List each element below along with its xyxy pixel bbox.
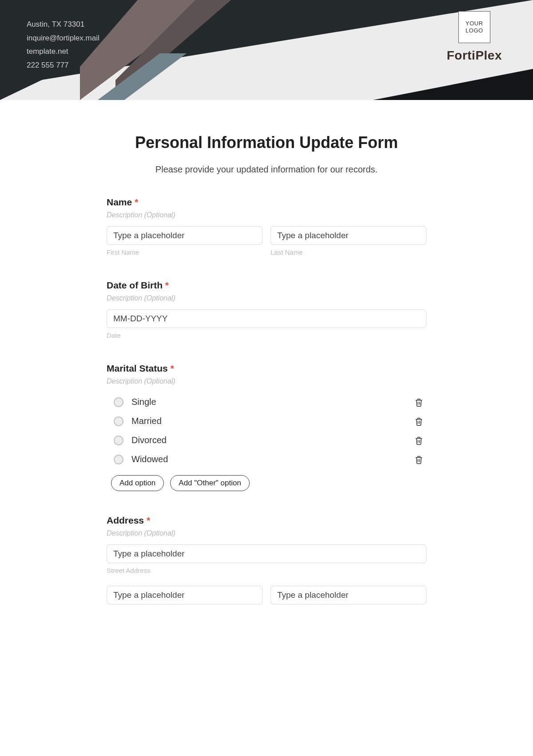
field-address: Address * Description (Optional) Street …	[107, 515, 426, 604]
radio-label: Married	[131, 416, 162, 426]
form-container: Personal Information Update Form Please …	[107, 100, 426, 636]
radio-icon	[114, 455, 123, 464]
last-name-sublabel: Last Name	[270, 248, 426, 256]
field-label-address: Address *	[107, 515, 426, 526]
required-mark: *	[135, 197, 138, 207]
radio-icon	[114, 397, 123, 407]
field-desc: Description (Optional)	[107, 211, 426, 219]
street-address-input[interactable]	[107, 544, 426, 563]
trash-icon[interactable]	[414, 436, 424, 445]
header-banner: Austin, TX 73301 inquire@fortiplex.mail …	[0, 0, 533, 100]
contact-address: Austin, TX 73301	[27, 18, 99, 32]
dob-sublabel: Date	[107, 332, 426, 339]
trash-icon[interactable]	[414, 397, 424, 407]
logo-text-line2: LOGO	[465, 27, 483, 34]
required-mark: *	[171, 363, 174, 373]
radio-option-widowed[interactable]: Widowed	[111, 450, 426, 469]
radio-list: Single Married Divorced	[107, 392, 426, 469]
trash-icon[interactable]	[414, 455, 424, 464]
city-input[interactable]	[107, 586, 263, 604]
radio-option-married[interactable]: Married	[111, 412, 426, 431]
label-text: Date of Birth	[107, 280, 163, 290]
field-marital: Marital Status * Description (Optional) …	[107, 363, 426, 491]
field-label-name: Name *	[107, 197, 426, 208]
first-name-sublabel: First Name	[107, 248, 263, 256]
first-name-input[interactable]	[107, 226, 263, 245]
add-other-option-button[interactable]: Add "Other" option	[170, 475, 250, 491]
company-name: FortiPlex	[447, 48, 502, 63]
radio-label: Divorced	[131, 435, 167, 445]
contact-phone: 222 555 777	[27, 59, 99, 72]
logo-area: YOUR LOGO FortiPlex	[447, 11, 502, 63]
field-label-dob: Date of Birth *	[107, 280, 426, 291]
label-text: Address	[107, 515, 144, 525]
label-text: Name	[107, 197, 132, 207]
state-input[interactable]	[270, 586, 426, 604]
field-desc: Description (Optional)	[107, 529, 426, 537]
field-label-marital: Marital Status *	[107, 363, 426, 374]
radio-option-single[interactable]: Single	[111, 392, 426, 412]
radio-option-divorced[interactable]: Divorced	[111, 431, 426, 450]
radio-icon	[114, 416, 123, 426]
required-mark: *	[165, 280, 169, 290]
logo-text-line1: YOUR	[465, 20, 483, 27]
radio-label: Widowed	[131, 454, 168, 464]
last-name-input[interactable]	[270, 226, 426, 245]
trash-icon[interactable]	[414, 416, 424, 426]
required-mark: *	[147, 515, 150, 525]
add-option-button[interactable]: Add option	[111, 475, 164, 491]
logo-placeholder: YOUR LOGO	[458, 11, 490, 43]
radio-icon	[114, 436, 123, 445]
dob-input[interactable]	[107, 309, 426, 328]
field-dob: Date of Birth * Description (Optional) D…	[107, 280, 426, 339]
label-text: Marital Status	[107, 363, 168, 373]
contact-email: inquire@fortiplex.mail	[27, 32, 99, 45]
field-desc: Description (Optional)	[107, 377, 426, 385]
header-corner-shape	[373, 69, 533, 100]
form-title: Personal Information Update Form	[107, 133, 426, 152]
form-subtitle: Please provide your updated information …	[107, 164, 426, 175]
contact-block: Austin, TX 73301 inquire@fortiplex.mail …	[27, 18, 99, 72]
field-name: Name * Description (Optional) First Name…	[107, 197, 426, 256]
field-desc: Description (Optional)	[107, 294, 426, 302]
contact-website: template.net	[27, 45, 99, 59]
street-sublabel: Street Address	[107, 567, 426, 574]
radio-label: Single	[131, 397, 156, 407]
